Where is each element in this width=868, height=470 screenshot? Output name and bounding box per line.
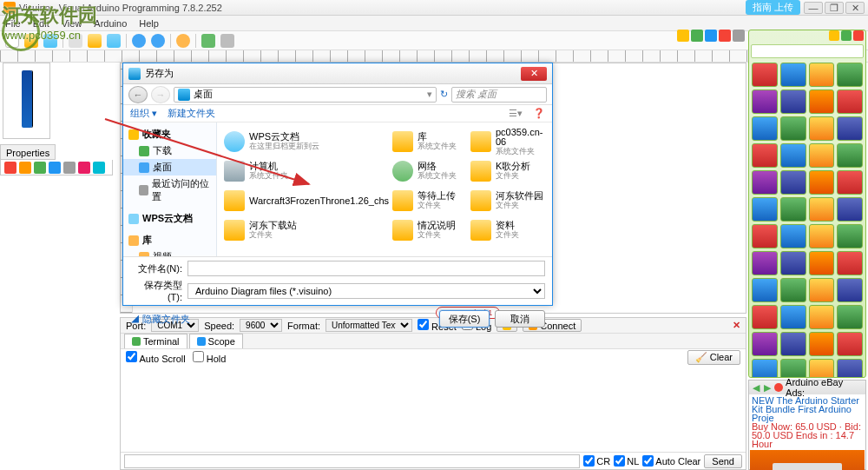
prop-icon[interactable] [34, 162, 46, 174]
hold-checkbox[interactable]: Hold [193, 351, 227, 364]
cancel-button[interactable]: 取消 [495, 310, 545, 328]
palette-component[interactable] [752, 116, 778, 141]
terminal-input[interactable] [124, 454, 580, 468]
palette-component[interactable] [752, 197, 778, 222]
sidebar-favorites[interactable]: 收藏夹 [123, 126, 216, 142]
pal-filter-icon[interactable] [841, 30, 852, 41]
autoclear-checkbox[interactable]: Auto Clear [642, 455, 700, 467]
tab-terminal[interactable]: Terminal [124, 334, 187, 348]
palette-component[interactable] [780, 332, 806, 356]
upload-button[interactable]: 指南 上传 [746, 0, 800, 15]
refresh-icon[interactable]: ↻ [440, 89, 448, 100]
palette-component[interactable] [809, 305, 835, 329]
sidebar-desktop[interactable]: 桌面 [123, 159, 216, 175]
palette-component[interactable] [837, 170, 863, 195]
palette-component[interactable] [837, 89, 863, 114]
palette-component[interactable] [780, 143, 806, 168]
forward-button[interactable]: → [151, 86, 170, 103]
filetype-select[interactable]: Arduino Diagram files (*.visuino) [187, 283, 545, 299]
palette-component[interactable] [837, 359, 863, 378]
save-icon[interactable] [43, 34, 57, 48]
palette-component[interactable] [780, 89, 806, 114]
prop-icon[interactable] [93, 162, 105, 174]
palette-component[interactable] [780, 197, 806, 222]
cr-checkbox[interactable]: CR [583, 455, 610, 467]
palette-component[interactable] [809, 251, 835, 275]
sidebar-videos[interactable]: 视频 [123, 248, 216, 256]
palette-component[interactable] [837, 224, 863, 248]
search-input[interactable]: 搜索 桌面 [451, 87, 547, 103]
palette-component[interactable] [780, 278, 806, 302]
palette-component[interactable] [809, 89, 835, 114]
pal-filter-icon[interactable] [853, 30, 864, 41]
maximize-button[interactable]: ❐ [825, 2, 844, 14]
send-button[interactable]: Send [704, 454, 742, 468]
palette-component[interactable] [837, 278, 863, 302]
palette-component[interactable] [752, 251, 778, 275]
palette-component[interactable] [809, 116, 835, 141]
palette-component[interactable] [780, 359, 806, 378]
run-icon[interactable] [201, 34, 215, 48]
palette-component[interactable] [752, 359, 778, 378]
palette-component[interactable] [780, 251, 806, 275]
pal-filter-icon[interactable] [829, 30, 839, 41]
zoom-icon[interactable] [220, 34, 234, 48]
sidebar-wps[interactable]: WPS云文档 [123, 210, 216, 227]
dialog-close-button[interactable]: ✕ [521, 67, 547, 81]
folder-icon[interactable] [677, 30, 689, 42]
clear-button[interactable]: 🧹Clear [687, 350, 740, 365]
palette-component[interactable] [809, 197, 835, 222]
next-icon[interactable]: ▶ [764, 382, 773, 394]
tab-scope[interactable]: Scope [189, 334, 243, 348]
breadcrumb[interactable]: 桌面 ▾ [174, 87, 437, 103]
theme-icon[interactable] [176, 34, 190, 48]
prop-icon[interactable] [49, 162, 61, 174]
palette-component[interactable] [837, 251, 863, 275]
help-icon[interactable]: ❓ [533, 108, 545, 119]
new-folder-button[interactable]: 新建文件夹 [168, 107, 215, 120]
close-button[interactable]: ✕ [845, 2, 865, 14]
chip-icon[interactable] [733, 30, 745, 42]
palette-component[interactable] [780, 63, 806, 87]
palette-component[interactable] [837, 197, 863, 222]
file-item[interactable]: 库系统文件夹 [392, 128, 467, 156]
redo-icon[interactable] [151, 34, 165, 48]
copy-icon[interactable] [88, 34, 102, 48]
sidebar-libraries[interactable]: 库 [123, 232, 216, 248]
palette-component[interactable] [837, 332, 863, 356]
palette-component[interactable] [752, 224, 778, 248]
palette-component[interactable] [780, 170, 806, 195]
prop-icon[interactable] [78, 162, 90, 174]
ebay-ad-text[interactable]: NEW The Arduino Starter Kit Bundle First… [749, 394, 865, 450]
cut-icon[interactable] [69, 34, 82, 48]
palette-component[interactable] [752, 143, 778, 168]
menu-edit[interactable]: Edit [33, 16, 49, 30]
menu-arduino[interactable]: Arduino [94, 16, 127, 30]
palette-component[interactable] [837, 305, 863, 329]
palette-component[interactable] [809, 224, 835, 248]
sidebar-downloads[interactable]: 下载 [123, 142, 216, 159]
minimize-button[interactable]: — [804, 2, 823, 14]
file-item[interactable]: 资料文件夹 [470, 216, 545, 244]
palette-search[interactable] [751, 44, 864, 58]
open-icon[interactable] [24, 34, 38, 48]
palette-component[interactable] [780, 116, 806, 141]
palette-component[interactable] [752, 170, 778, 195]
back-button[interactable]: ← [128, 86, 148, 103]
palette-component[interactable] [809, 170, 835, 195]
organize-menu[interactable]: 组织 ▾ [130, 107, 157, 120]
palette-component[interactable] [809, 332, 835, 356]
paste-icon[interactable] [107, 34, 121, 48]
palette-component[interactable] [752, 63, 778, 87]
file-item[interactable]: Warcraft3FrozenThrone1.26_chs [224, 187, 389, 215]
palette-component[interactable] [837, 63, 863, 87]
folder-icon[interactable] [705, 30, 717, 42]
file-item[interactable]: 计算机系统文件夹 [224, 157, 389, 185]
file-item[interactable]: 河东下载站文件夹 [224, 216, 389, 244]
new-icon[interactable] [5, 34, 19, 48]
menu-file[interactable]: File [5, 16, 21, 30]
palette-component[interactable] [780, 305, 806, 329]
palette-component[interactable] [837, 143, 863, 168]
palette-component[interactable] [809, 63, 835, 87]
palette-component[interactable] [809, 278, 835, 302]
